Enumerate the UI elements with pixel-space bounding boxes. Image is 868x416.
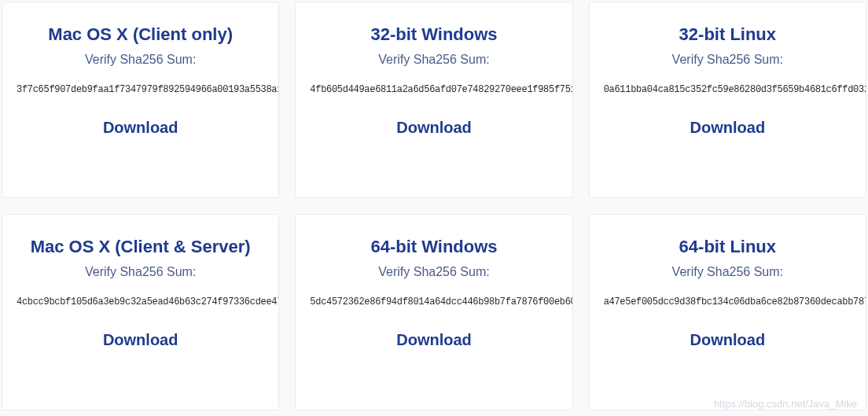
card-title: 32-bit Linux — [604, 24, 851, 45]
download-card: 64-bit Linux Verify Sha256 Sum: a47e5ef0… — [589, 214, 866, 410]
verify-label: Verify Sha256 Sum: — [310, 53, 557, 67]
download-button[interactable]: Download — [690, 331, 766, 349]
download-card: 32-bit Linux Verify Sha256 Sum: 0a611bba… — [589, 2, 866, 198]
verify-label: Verify Sha256 Sum: — [604, 265, 851, 279]
sha256-hash: 0a611bba04ca815c352fc59e86280d3f5659b468… — [604, 84, 851, 95]
download-card: Mac OS X (Client only) Verify Sha256 Sum… — [2, 2, 279, 198]
card-title: 64-bit Windows — [310, 237, 557, 257]
download-button[interactable]: Download — [690, 119, 766, 137]
card-title: Mac OS X (Client & Server) — [17, 237, 264, 257]
verify-label: Verify Sha256 Sum: — [17, 265, 264, 279]
sha256-hash: 5dc4572362e86f94df8014a64dcc446b98b7fa78… — [310, 296, 557, 307]
download-card: 32-bit Windows Verify Sha256 Sum: 4fb605… — [295, 2, 572, 198]
download-card: 64-bit Windows Verify Sha256 Sum: 5dc457… — [295, 214, 572, 410]
download-button[interactable]: Download — [103, 119, 178, 137]
sha256-hash: 4fb605d449ae6811a2a6d56afd07e74829270eee… — [310, 84, 557, 95]
card-title: 32-bit Windows — [310, 24, 557, 45]
card-title: Mac OS X (Client only) — [17, 24, 264, 45]
verify-label: Verify Sha256 Sum: — [310, 265, 557, 279]
sha256-hash: 3f7c65f907deb9faa1f7347979f892594966a001… — [17, 84, 264, 95]
verify-label: Verify Sha256 Sum: — [604, 53, 851, 67]
card-title: 64-bit Linux — [604, 237, 851, 257]
verify-label: Verify Sha256 Sum: — [17, 53, 264, 67]
download-cards-grid: Mac OS X (Client only) Verify Sha256 Sum… — [2, 2, 866, 410]
download-button[interactable]: Download — [396, 331, 472, 349]
download-button[interactable]: Download — [396, 119, 472, 137]
download-button[interactable]: Download — [103, 331, 178, 349]
sha256-hash: a47e5ef005dcc9d38fbc134c06dba6ce82b87360… — [604, 296, 851, 307]
sha256-hash: 4cbcc9bcbf105d6a3eb9c32a5ead46b63c274f97… — [17, 296, 264, 307]
download-card: Mac OS X (Client & Server) Verify Sha256… — [2, 214, 279, 410]
